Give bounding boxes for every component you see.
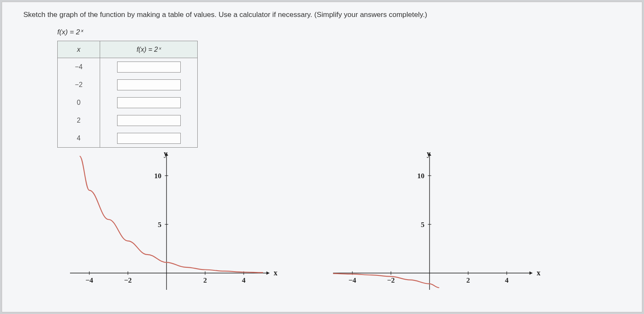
answer-input[interactable] <box>117 79 181 90</box>
question-text: Sketch the graph of the function by maki… <box>23 11 621 19</box>
svg-text:2: 2 <box>466 276 470 284</box>
table-cell-x: 4 <box>58 129 100 148</box>
answer-input[interactable] <box>117 97 181 108</box>
svg-text:−4: −4 <box>85 276 93 284</box>
svg-text:4: 4 <box>242 276 246 284</box>
svg-text:4: 4 <box>505 276 509 284</box>
charts-row: −4−224510yx −4−224510yx <box>62 150 621 298</box>
table-cell-x: 0 <box>58 94 100 112</box>
chart-svg-1: −4−224510yx <box>62 150 278 298</box>
svg-text:5: 5 <box>421 221 425 229</box>
content-box: Sketch the graph of the function by maki… <box>2 2 642 312</box>
svg-text:x: x <box>537 269 540 277</box>
svg-text:x: x <box>274 269 277 277</box>
chart-option-1[interactable]: −4−224510yx <box>62 150 278 298</box>
table-cell-fx <box>100 129 198 148</box>
svg-text:10: 10 <box>154 172 162 180</box>
table-row: 2 <box>58 112 198 129</box>
svg-text:−4: −4 <box>348 276 356 284</box>
table-row: 4 <box>58 129 198 148</box>
table-cell-fx <box>100 94 198 112</box>
svg-text:y: y <box>164 150 168 158</box>
function-definition: f(x) = 2ˣ <box>57 28 621 36</box>
table-header-x: x <box>58 41 100 58</box>
table-header-fx: f(x) = 2ˣ <box>100 41 198 58</box>
svg-text:2: 2 <box>203 276 207 284</box>
chart-option-2[interactable]: −4−224510yx <box>325 150 541 298</box>
function-label: f(x) = 2ˣ <box>57 28 83 36</box>
table-row: −2 <box>58 76 198 94</box>
answer-input[interactable] <box>117 62 181 73</box>
svg-text:y: y <box>427 150 431 158</box>
table-cell-x: −2 <box>58 76 100 94</box>
chart-svg-2: −4−224510yx <box>325 150 541 298</box>
table-cell-fx <box>100 76 198 94</box>
svg-text:−2: −2 <box>387 276 395 284</box>
answer-input[interactable] <box>117 115 181 126</box>
table-row: −4 <box>58 58 198 76</box>
values-table-container: x f(x) = 2ˣ −4−2024 <box>57 41 621 148</box>
table-cell-x: −4 <box>58 58 100 76</box>
answer-input[interactable] <box>117 133 181 144</box>
svg-text:−2: −2 <box>124 276 132 284</box>
table-cell-fx <box>100 58 198 76</box>
svg-text:5: 5 <box>158 221 162 229</box>
svg-text:10: 10 <box>417 172 425 180</box>
table-row: 0 <box>58 94 198 112</box>
table-cell-fx <box>100 112 198 129</box>
values-table: x f(x) = 2ˣ −4−2024 <box>57 41 198 148</box>
table-cell-x: 2 <box>58 112 100 129</box>
